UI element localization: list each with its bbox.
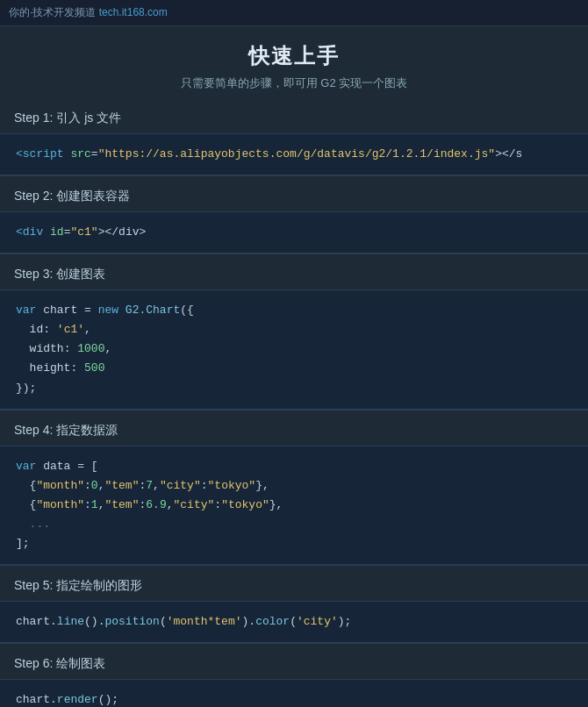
step2-section: Step 2: 创建图表容器 <div id="c1"></div> xyxy=(0,176,588,254)
step4-section: Step 4: 指定数据源 var data = [ {"month":0,"t… xyxy=(0,411,588,565)
step2-label: Step 2: 创建图表容器 xyxy=(0,176,588,211)
step2-code: <div id="c1"></div> xyxy=(0,211,588,254)
step5-code: chart.line().position('month*tem').color… xyxy=(0,601,588,643)
step5-label: Step 5: 指定绘制的图形 xyxy=(0,566,588,601)
step1-code: <script src="https://as.alipayobjects.co… xyxy=(0,133,588,175)
top-bar-url[interactable]: tech.it168.com xyxy=(99,6,168,18)
step6-label: Step 6: 绘制图表 xyxy=(0,644,588,679)
step6-section: Step 6: 绘制图表 chart.render(); xyxy=(0,644,588,707)
step5-section: Step 5: 指定绘制的图形 chart.line().position('m… xyxy=(0,566,588,643)
step3-code: var chart = new G2.Chart({ id: 'c1', wid… xyxy=(0,289,588,409)
step4-label: Step 4: 指定数据源 xyxy=(0,411,588,446)
step3-section: Step 3: 创建图表 var chart = new G2.Chart({ … xyxy=(0,254,588,409)
step4-code: var data = [ {"month":0,"tem":7,"city":"… xyxy=(0,446,588,565)
step1-section: Step 1: 引入 js 文件 <script src="https://as… xyxy=(0,98,588,175)
page-header: 快速上手 只需要简单的步骤，即可用 G2 实现一个图表 xyxy=(0,26,588,98)
top-bar: 你的·技术开发频道 tech.it168.com xyxy=(0,0,588,26)
step1-label: Step 1: 引入 js 文件 xyxy=(0,98,588,133)
top-bar-label: 你的·技术开发频道 xyxy=(9,6,96,18)
page-title: 快速上手 xyxy=(0,42,588,70)
step6-code: chart.render(); xyxy=(0,679,588,707)
page-subtitle: 只需要简单的步骤，即可用 G2 实现一个图表 xyxy=(0,75,588,91)
step3-label: Step 3: 创建图表 xyxy=(0,254,588,289)
